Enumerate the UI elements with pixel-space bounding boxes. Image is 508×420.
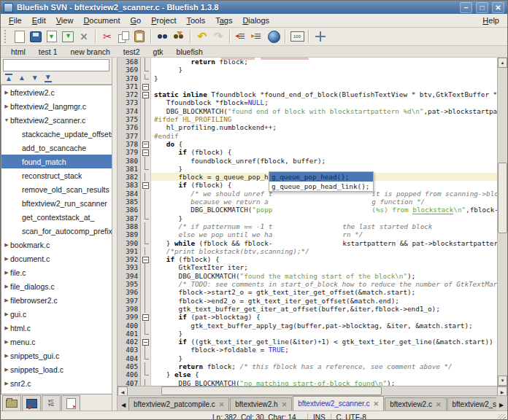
expander-icon[interactable]: ▶ xyxy=(3,298,10,303)
view-100-button[interactable] xyxy=(289,28,305,44)
tree-item[interactable]: ▶filebrowser2.c xyxy=(1,293,112,307)
menu-dialogs[interactable]: Dialogs xyxy=(237,15,274,26)
fold-margin[interactable] xyxy=(141,115,151,123)
tree-item[interactable]: reconstruct_stack xyxy=(1,168,112,182)
fold-margin[interactable] xyxy=(141,379,151,386)
snippets-tab[interactable] xyxy=(61,395,80,411)
document-tab[interactable]: bftextview2_scanner.h✕ xyxy=(447,397,497,411)
find-button[interactable] xyxy=(155,28,171,44)
fold-margin[interactable] xyxy=(141,140,151,148)
browser-preview-button[interactable] xyxy=(266,28,282,44)
open-button[interactable] xyxy=(60,28,76,44)
hscroll-thumb[interactable] xyxy=(161,386,382,395)
fold-margin[interactable] xyxy=(141,123,151,131)
fold-margin[interactable] xyxy=(141,58,151,66)
fold-margin[interactable] xyxy=(141,255,151,263)
toolbar-grip[interactable] xyxy=(4,30,9,43)
expander-icon[interactable]: ▶ xyxy=(3,104,10,109)
tree-item[interactable]: ▶snippets_gui.c xyxy=(1,349,112,362)
fold-margin[interactable] xyxy=(141,173,151,181)
quickbar-tab[interactable]: gtk xyxy=(147,47,169,56)
expander-icon[interactable]: ▶ xyxy=(3,270,10,276)
fold-margin[interactable] xyxy=(141,90,151,98)
tree-item[interactable]: get_contextstack_at_ xyxy=(1,210,112,224)
tree-item[interactable]: ▼bftextview2_scanner.c xyxy=(1,113,112,127)
close-button[interactable]: ✕ xyxy=(492,2,504,13)
last-bookmark-button[interactable]: ▼ xyxy=(45,74,52,82)
copy-button[interactable] xyxy=(115,28,131,44)
close-button[interactable] xyxy=(76,28,92,44)
fold-margin[interactable] xyxy=(141,222,151,230)
cut-button[interactable] xyxy=(99,28,115,44)
expander-icon[interactable]: ▶ xyxy=(3,284,10,289)
expander-icon[interactable]: ▶ xyxy=(3,256,10,262)
fold-margin[interactable] xyxy=(141,165,151,173)
code-editor[interactable]: 368 return fblock;369 }370}371372static … xyxy=(118,58,497,386)
vscroll-thumb[interactable] xyxy=(498,163,507,233)
tree-item[interactable]: ▶snr2.c xyxy=(1,376,112,390)
tree-item[interactable]: ▶bftextview2.c xyxy=(1,85,112,99)
fullscreen-button[interactable] xyxy=(312,28,328,44)
quickbar-tab[interactable]: bluefish xyxy=(171,47,209,56)
tree-item[interactable]: ▶html.c xyxy=(1,321,112,335)
menu-tools[interactable]: Tools xyxy=(181,15,210,26)
menu-edit[interactable]: Edit xyxy=(27,15,51,26)
maximize-button[interactable]: □ xyxy=(476,2,488,13)
fold-margin[interactable] xyxy=(141,82,151,90)
expander-icon[interactable]: ▶ xyxy=(3,353,10,359)
vertical-scrollbar[interactable]: ▲ ▼ xyxy=(497,58,507,386)
tab-close-icon[interactable]: ✕ xyxy=(219,401,225,408)
expander-icon[interactable]: ▶ xyxy=(3,367,10,373)
menu-document[interactable]: Document xyxy=(78,15,125,26)
expander-icon[interactable]: ▶ xyxy=(3,242,10,248)
completion-item[interactable]: g_queue_pop_head_link(); xyxy=(269,182,373,191)
fold-margin[interactable] xyxy=(141,346,151,354)
fold-margin[interactable] xyxy=(141,313,151,321)
horizontal-scrollbar[interactable]: ◀ ▶ xyxy=(118,386,507,395)
save-as-button[interactable] xyxy=(44,28,60,44)
tab-close-icon[interactable]: ✕ xyxy=(282,401,288,408)
fold-margin[interactable] xyxy=(141,206,151,214)
scroll-down-icon[interactable]: ▼ xyxy=(498,376,507,386)
expander-icon[interactable]: ▶ xyxy=(3,311,10,317)
paste-button[interactable] xyxy=(131,28,147,44)
fold-margin[interactable] xyxy=(141,338,151,346)
fold-margin[interactable] xyxy=(141,198,151,206)
fold-margin[interactable] xyxy=(141,370,151,378)
tree-item[interactable]: ▶document.c xyxy=(1,252,112,265)
expander-icon[interactable]: ▶ xyxy=(3,339,10,345)
sidebar-splitter[interactable] xyxy=(112,58,118,411)
function-filter-input[interactable] xyxy=(3,59,109,71)
fold-margin[interactable] xyxy=(141,190,151,198)
completion-item[interactable]: g_queue_pop_head(); xyxy=(269,172,373,182)
unindent-button[interactable] xyxy=(234,28,250,44)
resize-grip[interactable] xyxy=(499,414,506,420)
minimize-button[interactable]: – xyxy=(460,2,472,13)
indent-button[interactable] xyxy=(250,28,266,44)
menu-go[interactable]: Go xyxy=(126,15,147,26)
tree-item[interactable]: ▶bookmark.c xyxy=(1,238,112,252)
document-tab[interactable]: bftextview2_scanner.c✕ xyxy=(293,396,384,411)
tree-item[interactable]: ▶gui.c xyxy=(1,307,112,321)
expander-icon[interactable]: ▶ xyxy=(3,381,10,386)
fold-margin[interactable] xyxy=(141,239,151,247)
undo-button[interactable] xyxy=(194,28,210,44)
fold-margin[interactable] xyxy=(141,272,151,280)
fold-margin[interactable] xyxy=(141,132,151,140)
menu-help[interactable]: Help xyxy=(477,15,504,26)
fold-margin[interactable] xyxy=(141,157,151,165)
quickbar-tab[interactable]: html xyxy=(5,47,31,56)
tab-close-icon[interactable]: ✕ xyxy=(374,400,380,408)
expander-icon[interactable]: ▶ xyxy=(3,90,10,96)
fold-margin[interactable] xyxy=(141,148,151,156)
fold-margin[interactable] xyxy=(141,181,151,189)
fold-margin[interactable] xyxy=(141,322,151,330)
fold-margin[interactable] xyxy=(141,74,151,82)
menu-view[interactable]: View xyxy=(51,15,79,26)
fold-margin[interactable] xyxy=(141,280,151,288)
fold-margin[interactable] xyxy=(141,107,151,115)
previous-bookmark-button[interactable]: ▲ xyxy=(18,74,26,82)
tree-item[interactable]: ▶bftextview2_langmgr.c xyxy=(1,99,112,113)
tree-item[interactable]: ▶file_dialogs.c xyxy=(1,279,112,293)
fold-margin[interactable] xyxy=(141,66,151,74)
